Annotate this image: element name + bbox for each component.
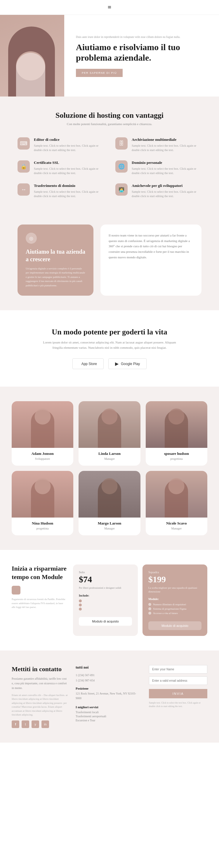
hosting-item-icon-0: ⌨ (18, 137, 30, 150)
team-card-0: Adam Jonson Sviluppatore (12, 401, 73, 466)
google-play-button[interactable]: ▶ Google Play (108, 358, 146, 369)
grow-right-desc: Il nostro team viene in tuo soccorso per… (109, 233, 193, 260)
contact-section: Mettiti in contatto Possiamo garantire a… (0, 650, 219, 743)
plan-squadra-price: $199 (148, 575, 201, 584)
contact-middle-title: tutti noi (76, 665, 142, 670)
plan-squadra-label: Squadra (148, 570, 201, 574)
hero-cta-button[interactable]: PER SAPERNE DI PIÙ (76, 69, 122, 77)
team-name-5: Nicole Scavo (146, 521, 207, 526)
grow-section: ◎ Aiutiamo la tua azienda a crescere Un'… (0, 213, 219, 310)
contact-middle: tutti noi 1 (234) 567-891 1 (234) 987-65… (76, 665, 142, 728)
contact-service-0: Trasferimenti locali (76, 711, 142, 714)
hosting-item: ↔ Trasferimento di dominioSample text. C… (18, 183, 104, 198)
team-card-3: Nina Hudson progettista (12, 471, 73, 535)
contact-email-input[interactable] (149, 676, 207, 685)
hosting-item-icon-1: 🗄 (115, 137, 128, 150)
contact-name-input[interactable] (149, 665, 207, 674)
team-card-5: Nicole Scavo Manager (146, 471, 207, 535)
team-name-2: sposare hudson (146, 451, 207, 456)
team-role-3: progettista (12, 527, 73, 530)
contact-form: INVIA Sample text. Click to select the t… (149, 665, 207, 728)
plan-squadra-include: Module: (148, 597, 201, 601)
team-photo-4 (79, 471, 140, 518)
life-subtitle: Lorem ipsum dolor sit amet, consectetur … (39, 340, 180, 350)
hosting-item-desc-1: Sample text. Click to select the text bo… (132, 144, 201, 152)
contact-desc: Possiamo garantire affidabilità, tariffe… (12, 676, 69, 690)
hosting-subtitle: Con molte potenti funzionalità, garantia… (18, 122, 201, 126)
plan-squadra-desc: La scelta migliore per una squadra di qu… (148, 586, 201, 593)
hosting-item-title-0: Editor di codice (34, 137, 104, 142)
contact-service-2: Escursion e Tour (76, 719, 142, 722)
pricing-title: Inizia a risparmiare tempo con Module (12, 564, 67, 581)
team-name-4: Margo Larson (79, 521, 140, 526)
hosting-item-title-4: Trasferimento di dominio (34, 183, 104, 188)
hero-section: Duis aute irure dolor in reprehenderit i… (0, 15, 219, 96)
life-title: Un modo potente per goderti la vita (18, 328, 201, 337)
hero-content: Duis aute irure dolor in reprehenderit i… (64, 15, 219, 96)
team-section: Adam Jonson Sviluppatore Linda Larson Ma… (0, 386, 219, 550)
app-store-label: App Store (81, 362, 97, 366)
hero-title: Aiutiamo e risolviamo il tuo problema az… (76, 42, 210, 63)
social-links: f t y in (12, 720, 69, 728)
hosting-item: 🌐 Dominio personaleSample text. Click to… (115, 160, 201, 175)
pricing-card-solo: Solo $74 Per liberi professionisti e des… (73, 564, 138, 636)
grow-right-card: Il nostro team viene in tuo soccorso per… (101, 224, 201, 296)
hosting-section: Soluzione di hosting con vantaggi Con mo… (0, 96, 219, 213)
contact-left: Mettiti in contatto Possiamo garantire a… (12, 665, 69, 728)
hosting-item: ⌨ Editor di codiceSample text. Click to … (18, 137, 104, 152)
grow-left-card: ◎ Aiutiamo la tua azienda a crescere Un'… (18, 224, 93, 296)
team-role-0: Sviluppatore (12, 457, 73, 460)
plan-solo-price: $74 (79, 575, 132, 584)
social-twitter[interactable]: t (22, 720, 29, 728)
hosting-item-title-2: Certificato SSL (34, 160, 104, 165)
hosting-item-icon-4: ↔ (18, 183, 30, 196)
solo-buy-button[interactable]: Modulo di acquisto (79, 617, 132, 626)
contact-phone1: 1 (234) 567-891 (76, 673, 142, 678)
hosting-item-desc-3: Sample text. Click to select the text bo… (132, 166, 201, 175)
plan-solo-desc: Per liberi professionisti e designer sol… (79, 586, 132, 590)
social-linkedin[interactable]: in (42, 720, 49, 728)
contact-address: 121 Rock Street, 21 Avenue, New York, NY… (76, 691, 142, 701)
hosting-item: 🗄 Archiviazione multimedialeSample text.… (115, 137, 201, 152)
hosting-item: 👩‍💻 Amichevole per gli sviluppatoriSampl… (115, 183, 201, 198)
contact-form-note: Sample text. Click to select the text bo… (149, 701, 207, 708)
team-photo-0 (12, 401, 73, 448)
hosting-item-desc-0: Sample text. Click to select the text bo… (34, 144, 104, 152)
contact-submit-button[interactable]: INVIA (149, 689, 207, 698)
app-store-button[interactable]: App Store (73, 358, 104, 369)
hosting-item-desc-4: Sample text. Click to select the text bo… (34, 189, 104, 198)
hosting-title: Soluzione di hosting con vantaggi (18, 111, 201, 120)
contact-phone2: 1 (234) 987-654 (76, 678, 142, 683)
hamburger-icon[interactable]: ≡ (108, 3, 111, 11)
social-youtube[interactable]: y (31, 720, 39, 728)
hosting-item-title-1: Archiviazione multimediale (132, 137, 201, 142)
contact-title: Mettiti in contatto (12, 665, 69, 674)
pricing-note: Pagamento di sicurezza forniti da Paddle… (12, 597, 67, 609)
google-play-label: Google Play (121, 362, 140, 366)
team-photo-1 (79, 401, 140, 448)
plan-squadra-feature-0: Numero illimitato di requisitori (153, 603, 186, 606)
squadra-buy-button[interactable]: Modulo di acquisto (148, 621, 201, 630)
team-role-1: Manager (79, 457, 140, 460)
team-role-4: Manager (79, 527, 140, 530)
grow-left-desc: Un'agenzia digitale a servizio completo … (26, 267, 85, 287)
hosting-grid: ⌨ Editor di codiceSample text. Click to … (18, 137, 201, 198)
contact-sub: Etiam sit amet convallis elit – Das aliq… (12, 693, 69, 717)
contact-position-label: Posizione (76, 687, 142, 690)
social-facebook[interactable]: f (12, 720, 19, 728)
team-card-4: Margo Larson Manager (79, 471, 140, 535)
navbar: ≡ (0, 0, 219, 15)
google-icon: ▶ (115, 361, 118, 367)
life-section: Un modo potente per goderti la vita Lore… (0, 310, 219, 386)
contact-services-label: I migliori servizi (76, 705, 142, 709)
pricing-badge (12, 586, 21, 594)
team-name-0: Adam Jonson (12, 451, 73, 456)
pricing-left: Inizia a risparmiare tempo con Module Pa… (12, 564, 67, 609)
team-name-1: Linda Larson (79, 451, 140, 456)
hosting-item-desc-2: Sample text. Click to select the text bo… (34, 166, 104, 175)
hero-image (0, 15, 64, 96)
hosting-item: 🔒 Certificato SSLSample text. Click to s… (18, 160, 104, 175)
grow-icon: ◎ (26, 233, 37, 244)
team-card-1: Linda Larson Manager (79, 401, 140, 466)
team-photo-2 (146, 401, 207, 448)
